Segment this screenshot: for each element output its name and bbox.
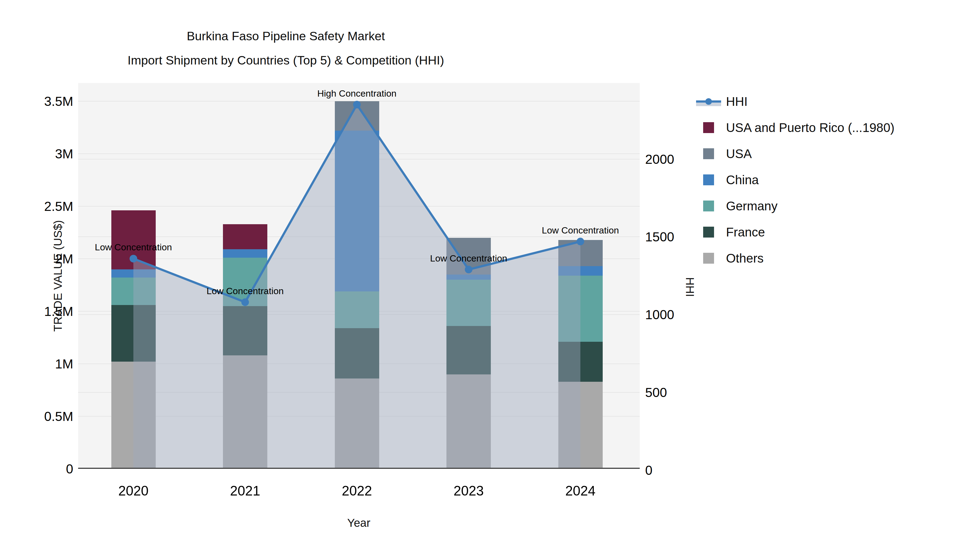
x-axis-title: Year: [347, 516, 371, 529]
bar-segment-2020-usa-and-puerto-rico-1980-[interactable]: [111, 210, 156, 269]
chart-title-line2: Import Shipment by Countries (Top 5) & C…: [0, 48, 572, 72]
bar-segment-2020-germany[interactable]: [111, 278, 156, 305]
y-tick-left-2M: 2M: [8, 251, 73, 267]
annotation-2024: Low Concentration: [542, 225, 619, 236]
bar-segment-2023-china[interactable]: [447, 275, 491, 280]
chart-figure: Burkina Faso Pipeline Safety Market Impo…: [0, 0, 980, 551]
x-tick-2023[interactable]: 2023: [453, 483, 484, 499]
bar-segment-2022-france[interactable]: [335, 328, 379, 378]
bar-segment-2020-china[interactable]: [111, 269, 156, 278]
bar-segment-2020-france[interactable]: [111, 305, 156, 362]
bar-segment-2021-france[interactable]: [223, 306, 267, 356]
y-tick-left-1M: 1M: [8, 356, 73, 372]
y-tick-left-3M: 3M: [8, 146, 73, 161]
legend-label: Germany: [726, 198, 778, 213]
hhi-marker-swatch: [705, 98, 712, 105]
y-axis-title-right: HHI: [683, 277, 696, 297]
bar-segment-2024-france[interactable]: [558, 342, 603, 382]
x-tick-2022[interactable]: 2022: [342, 483, 372, 499]
chart-title-line1: Burkina Faso Pipeline Safety Market: [0, 24, 572, 48]
legend-item-germany[interactable]: Germany: [696, 193, 894, 219]
y-tick-left-2.5M: 2.5M: [8, 199, 73, 214]
annotation-2021: Low Concentration: [207, 286, 284, 296]
plot-area: Low ConcentrationLow ConcentrationHigh C…: [78, 83, 640, 469]
legend-item-china[interactable]: China: [696, 167, 894, 193]
bar-segment-2021-others[interactable]: [223, 356, 267, 469]
y-tick-left-3.5M: 3.5M: [8, 94, 73, 109]
legend-label: China: [726, 173, 759, 187]
legend-swatch-france: [703, 227, 714, 238]
legend-item-others[interactable]: Others: [696, 245, 894, 271]
bar-segment-2023-germany[interactable]: [447, 280, 491, 326]
legend-swatch-others: [703, 253, 714, 264]
x-tick-2024[interactable]: 2024: [565, 483, 595, 499]
bar-segment-2023-others[interactable]: [447, 375, 491, 469]
bar-segment-2022-china[interactable]: [335, 130, 379, 291]
bar-segment-2021-china[interactable]: [223, 249, 267, 258]
x-axis-line: [78, 468, 640, 469]
legend-label: Others: [726, 251, 764, 265]
y-tick-left-0.5M: 0.5M: [8, 409, 73, 424]
y-tick-right-500: 500: [645, 385, 711, 400]
legend-item-france[interactable]: France: [696, 219, 894, 245]
bar-segment-2024-germany[interactable]: [558, 276, 603, 342]
annotation-2023: Low Concentration: [430, 253, 508, 264]
legend-swatch-usa: [703, 148, 714, 159]
annotation-2020: Low Concentration: [95, 242, 172, 252]
legend-label: France: [726, 225, 765, 240]
bar-segment-2022-others[interactable]: [335, 378, 379, 469]
legend-item-usa[interactable]: USA: [696, 141, 894, 167]
bar-segment-2020-others[interactable]: [111, 362, 156, 469]
x-tick-2020[interactable]: 2020: [118, 483, 148, 499]
legend-label: USA: [726, 146, 752, 161]
bar-segment-2021-germany[interactable]: [223, 258, 267, 306]
bar-segment-2023-france[interactable]: [447, 326, 491, 375]
chart-title: Burkina Faso Pipeline Safety Market Impo…: [0, 24, 572, 72]
legend: HHIUSA and Puerto Rico (...1980)USAChina…: [696, 89, 894, 271]
annotation-2022: High Concentration: [317, 88, 396, 99]
legend-label: HHI: [726, 94, 748, 109]
y-tick-left-0: 0: [8, 462, 73, 476]
legend-label: USA and Puerto Rico (...1980): [726, 120, 894, 135]
bar-segment-2022-usa[interactable]: [335, 101, 379, 130]
hhi-legend-swatch-icon: [696, 95, 721, 108]
legend-swatch-usa-and-puerto-rico-1980-: [703, 122, 714, 133]
y-tick-left-1.5M: 1.5M: [8, 304, 73, 319]
bar-segment-2024-usa[interactable]: [558, 240, 603, 267]
legend-item-usa-and-puerto-rico-1980-[interactable]: USA and Puerto Rico (...1980): [696, 114, 894, 141]
legend-swatch-china: [703, 175, 714, 185]
bar-segment-2024-others[interactable]: [558, 382, 603, 469]
y-tick-right-1000: 1000: [645, 307, 711, 322]
legend-item-hhi[interactable]: HHI: [696, 89, 894, 114]
bar-segment-2021-usa-and-puerto-rico-1980-[interactable]: [223, 224, 267, 249]
x-tick-2021[interactable]: 2021: [230, 483, 260, 499]
legend-swatch-germany: [703, 200, 714, 211]
y-tick-right-0: 0: [645, 463, 711, 478]
bar-segment-2022-germany[interactable]: [335, 291, 379, 328]
bar-segment-2024-china[interactable]: [558, 266, 603, 276]
